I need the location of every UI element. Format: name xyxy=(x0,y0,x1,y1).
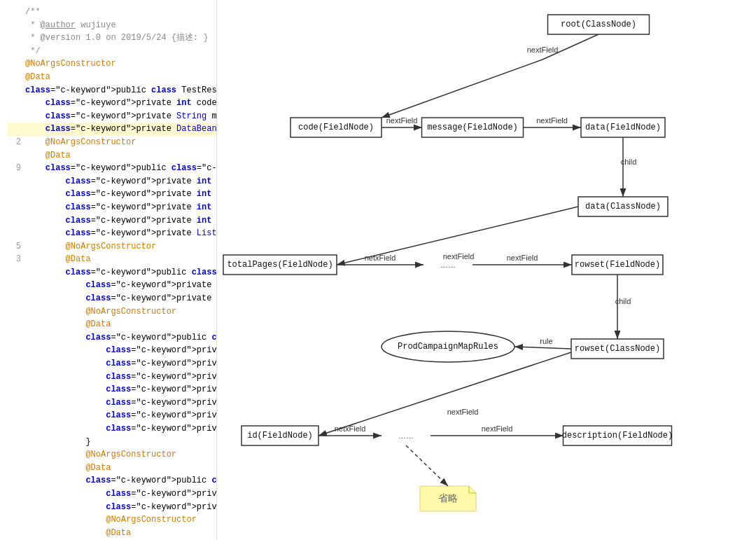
node-totalPages: totalPages(FieldNode) xyxy=(223,255,337,275)
code-line: @Data xyxy=(7,527,216,540)
code-line: class="c-keyword">private int limit; xyxy=(7,214,216,228)
code-line: class="c-keyword">private String name; xyxy=(7,357,216,371)
diagram-panel: nextFieldnetxFieldnextFieldrulechildnext… xyxy=(217,0,756,540)
edge-nextField: nextField xyxy=(472,254,572,265)
svg-line-5 xyxy=(514,347,571,349)
node-omit: 省略 xyxy=(420,486,476,511)
edge-path-nextField: nextField xyxy=(337,207,578,265)
code-panel: /** * @author wujiuye * @version 1.0 on … xyxy=(0,0,217,540)
svg-text:totalPages(FieldNode): totalPages(FieldNode) xyxy=(227,260,332,270)
svg-text:child: child xyxy=(621,158,637,166)
node-descField: description(FieldNode) xyxy=(562,426,673,445)
svg-text:nextField: nextField xyxy=(482,424,513,433)
node-code: code(FieldNode) xyxy=(290,118,382,137)
svg-text:message(FieldNode): message(FieldNode) xyxy=(427,123,518,132)
edge-path-nextField: nextField xyxy=(382,34,598,118)
code-line: class="c-keyword">private int totalRows; xyxy=(7,188,216,201)
svg-text:……: …… xyxy=(398,431,414,440)
code-line: class="c-keyword">private int code; xyxy=(7,97,216,110)
svg-text:data(FieldNode): data(FieldNode) xyxy=(585,123,661,132)
code-line: class="c-keyword">private OfferBean offe… xyxy=(7,279,216,292)
edge-nextField: nextField xyxy=(430,424,564,436)
edge-nextField: nextField xyxy=(523,116,581,127)
node-idField: id(FieldNode) xyxy=(241,426,318,445)
svg-text:id(FieldNode): id(FieldNode) xyxy=(247,431,313,441)
code-line: 9 class="c-keyword">public class="c-keyw… xyxy=(7,162,216,175)
svg-text:root(ClassNode): root(ClassNode) xyxy=(561,20,636,29)
code-line: class="c-keyword">private DataBean data; xyxy=(7,123,216,136)
edge-child: child xyxy=(615,275,631,339)
svg-line-49 xyxy=(406,445,448,486)
code-line: 5 @NoArgsConstructor xyxy=(7,240,216,254)
edge-rule: rule xyxy=(514,337,571,349)
svg-text:nextField: nextField xyxy=(527,46,559,54)
edge-netxField: netxField xyxy=(318,424,382,436)
node-rowsetClass: rowset(ClassNode) xyxy=(571,339,664,359)
code-line: class="c-keyword">public class TestRespo… xyxy=(7,84,216,97)
code-line: /** xyxy=(7,6,216,19)
code-line: 2 @NoArgsConstructor xyxy=(7,136,216,149)
svg-text:nextField: nextField xyxy=(443,252,475,261)
code-line: class="c-keyword">private List<RowsetBea… xyxy=(7,227,216,240)
code-line: class="c-keyword">private String preview… xyxy=(7,396,216,410)
code-line: @Data xyxy=(7,149,216,162)
code-line: class="c-keyword">public class="c-keywor… xyxy=(7,266,216,279)
code-line: @Data xyxy=(7,462,216,475)
code-line: } xyxy=(7,436,216,449)
code-line: 3 @Data xyxy=(7,253,216,266)
code-line: @Data xyxy=(7,71,216,84)
code-line: class="c-keyword">private String message… xyxy=(7,110,216,123)
code-line: class="c-keyword">private int totalPages… xyxy=(7,175,216,188)
node-message: message(FieldNode) xyxy=(422,118,524,137)
edge-nextField: nextField xyxy=(382,116,422,127)
svg-text:rowset(ClassNode): rowset(ClassNode) xyxy=(575,344,660,354)
svg-text:nextField: nextField xyxy=(507,254,538,262)
code-line: @Data xyxy=(7,318,216,331)
code-line: class="c-keyword">private String currenc… xyxy=(7,409,216,422)
code-line: class="c-keyword">private int offset; xyxy=(7,201,216,214)
code-line: class="c-keyword">private int id; xyxy=(7,344,216,357)
node-dataClass: data(ClassNode) xyxy=(578,197,668,216)
code-line: class="c-keyword">private String trackin… xyxy=(7,371,216,384)
edge-path-nextField: nextField xyxy=(318,352,571,436)
node-rowsetField: rowset(FieldNode) xyxy=(572,255,663,275)
svg-text:description(FieldNode): description(FieldNode) xyxy=(562,431,673,441)
code-line: * @version 1.0 on 2019/5/24 {描述: } xyxy=(7,32,216,45)
edge-child: child xyxy=(621,137,637,197)
node-prodCampaign: ProdCampaignMapRules xyxy=(382,331,514,362)
svg-text:省略: 省略 xyxy=(438,492,458,504)
svg-text:nextField: nextField xyxy=(386,116,418,125)
code-line: class="c-keyword">private int type; xyxy=(7,487,216,501)
svg-text:code(FieldNode): code(FieldNode) xyxy=(298,123,374,132)
svg-text:rule: rule xyxy=(540,337,552,345)
code-line: @NoArgsConstructor xyxy=(7,57,216,71)
code-line: */ xyxy=(7,45,216,58)
svg-text:nextField: nextField xyxy=(447,408,479,416)
code-line: @NoArgsConstructor xyxy=(7,448,216,462)
code-line: * @author wujiuye xyxy=(7,19,216,32)
node-dataField: data(FieldNode) xyxy=(581,118,665,137)
code-line: class="c-keyword">public class="c-keywor… xyxy=(7,474,216,487)
code-line: class="c-keyword">private OfferGeoBean o… xyxy=(7,292,216,305)
svg-text:child: child xyxy=(615,297,631,305)
edge-omit xyxy=(406,445,448,486)
code-line: @NoArgsConstructor xyxy=(7,513,216,527)
svg-text:data(ClassNode): data(ClassNode) xyxy=(585,202,661,212)
code-line: class="c-keyword">private String payout; xyxy=(7,383,216,396)
svg-text:nextField: nextField xyxy=(536,116,568,125)
code-line: class="c-keyword">private String descrip… xyxy=(7,422,216,436)
edge-netxField: netxField xyxy=(337,254,424,265)
code-line: class="c-keyword">private List<TargetBea… xyxy=(7,501,216,514)
svg-text:……: …… xyxy=(440,261,456,269)
svg-text:ProdCampaignMapRules: ProdCampaignMapRules xyxy=(398,342,498,352)
node-root: root(ClassNode) xyxy=(548,15,650,34)
code-line: @NoArgsConstructor xyxy=(7,305,216,319)
svg-text:rowset(FieldNode): rowset(FieldNode) xyxy=(575,260,660,270)
code-line: class="c-keyword">public class="c-keywor… xyxy=(7,331,216,345)
